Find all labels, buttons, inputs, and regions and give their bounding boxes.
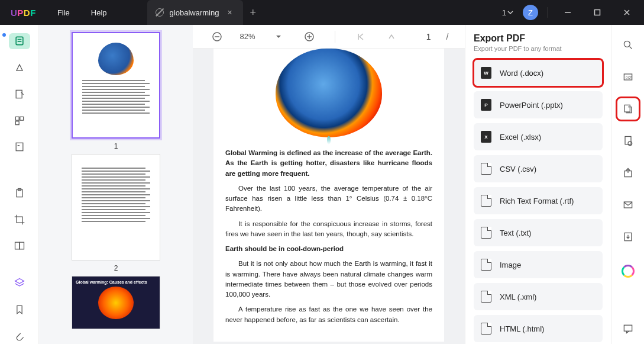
bookmark-tool[interactable]	[9, 301, 30, 317]
prev-page-button[interactable]	[384, 29, 399, 44]
maximize-button[interactable]	[587, 4, 607, 21]
zoom-dropdown[interactable]	[271, 29, 286, 44]
word-icon: W	[481, 67, 491, 79]
export-csv[interactable]: CSV (.csv)	[474, 155, 603, 182]
svg-rect-7	[20, 117, 23, 120]
html-icon	[481, 323, 491, 335]
rtf-icon	[481, 195, 491, 207]
export-excel[interactable]: X Excel (.xlsx)	[474, 123, 603, 150]
protect-button[interactable]	[617, 130, 639, 152]
thumbnail-panel: 1 2 Global warming: Causes and effects	[39, 25, 193, 344]
thumbnail-1[interactable]: 1	[63, 32, 169, 150]
window-count[interactable]: 1	[502, 8, 513, 17]
crop-tool[interactable]	[9, 211, 30, 227]
reader-tool[interactable]	[9, 33, 30, 49]
document-viewport[interactable]: Global Warming is defined as the increas…	[193, 49, 465, 344]
indicator-dot	[2, 33, 6, 37]
export-title: Export PDF	[474, 33, 603, 44]
minimize-button[interactable]	[558, 4, 578, 21]
svg-rect-30	[624, 325, 632, 331]
thumbnail-2[interactable]: 2	[63, 154, 169, 272]
edit-tool[interactable]	[9, 86, 30, 102]
svg-text:OCR: OCR	[625, 76, 632, 79]
comment-button[interactable]	[617, 318, 639, 339]
txt-icon	[481, 227, 491, 239]
close-button[interactable]	[617, 4, 637, 21]
svg-rect-24	[624, 105, 630, 112]
layers-tool[interactable]	[9, 275, 30, 291]
export-txt[interactable]: Text (.txt)	[474, 219, 603, 246]
zoom-in-button[interactable]	[302, 29, 317, 44]
tab-close-button[interactable]: ×	[225, 8, 234, 17]
first-page-button[interactable]	[353, 29, 368, 44]
save-button[interactable]	[617, 226, 639, 247]
highlighter-tool[interactable]	[9, 60, 30, 76]
xml-icon	[481, 291, 491, 303]
svg-rect-14	[20, 243, 24, 250]
page-content: Global Warming is defined as the increas…	[213, 49, 444, 342]
chevron-down-icon	[507, 9, 513, 15]
menu-help[interactable]: Help	[80, 8, 118, 17]
svg-line-21	[629, 47, 632, 49]
svg-rect-13	[15, 243, 20, 250]
share-button[interactable]	[617, 162, 639, 184]
export-rtf[interactable]: Rich Text Format (.rtf)	[474, 187, 603, 214]
globe-illustration	[276, 49, 382, 137]
svg-rect-6	[15, 117, 19, 120]
export-panel: Export PDF Export your PDF to any format…	[465, 25, 611, 344]
export-button[interactable]	[617, 98, 639, 120]
menu-file[interactable]: File	[47, 8, 80, 17]
export-html[interactable]: HTML (.html)	[474, 315, 603, 342]
svg-rect-1	[595, 10, 600, 15]
page-separator: /	[446, 32, 449, 41]
export-powerpoint[interactable]: P PowerPoint (.pptx)	[474, 91, 603, 118]
separator	[548, 7, 548, 18]
document-tab[interactable]: globalwarming ×	[147, 0, 243, 25]
powerpoint-icon: P	[481, 99, 491, 111]
titlebar: UPDF File Help globalwarming × + 1 Z	[0, 0, 644, 25]
svg-rect-9	[16, 143, 23, 151]
page-input[interactable]	[415, 32, 431, 41]
thumbnail-3[interactable]: Global warming: Causes and effects	[63, 276, 169, 329]
image-icon	[481, 259, 491, 271]
zoom-out-button[interactable]	[209, 29, 225, 44]
svg-rect-28	[624, 202, 632, 208]
excel-icon: X	[481, 131, 491, 143]
left-toolbar	[0, 25, 39, 344]
app-logo: UPDF	[0, 8, 47, 18]
clipboard-tool[interactable]	[9, 185, 30, 201]
tab-file-icon	[156, 8, 164, 17]
export-subtitle: Export your PDF to any format	[474, 45, 603, 52]
email-button[interactable]	[617, 194, 639, 216]
compare-tool[interactable]	[9, 238, 30, 254]
form-tool[interactable]	[9, 139, 30, 155]
right-toolbar: OCR	[611, 25, 644, 344]
svg-rect-5	[16, 90, 22, 98]
new-tab-button[interactable]: +	[250, 7, 257, 19]
export-xml[interactable]: XML (.xml)	[474, 283, 603, 310]
search-button[interactable]	[617, 34, 639, 56]
updf-logo-icon[interactable]	[622, 265, 635, 278]
tab-title: globalwarming	[170, 8, 219, 17]
thumb-2-number: 2	[63, 264, 169, 272]
pages-tool[interactable]	[9, 112, 30, 128]
svg-rect-8	[15, 121, 19, 124]
document-toolbar: 82% /	[193, 25, 465, 49]
svg-point-26	[628, 142, 632, 146]
attachment-tool[interactable]	[9, 328, 30, 344]
svg-point-20	[624, 41, 630, 47]
export-image[interactable]: Image	[474, 251, 603, 278]
export-word[interactable]: W Word (.docx)	[474, 59, 603, 86]
zoom-value: 82%	[240, 32, 255, 41]
ocr-button[interactable]: OCR	[617, 66, 639, 88]
user-avatar[interactable]: Z	[523, 5, 538, 20]
thumb-1-number: 1	[63, 142, 169, 150]
csv-icon	[481, 163, 491, 175]
